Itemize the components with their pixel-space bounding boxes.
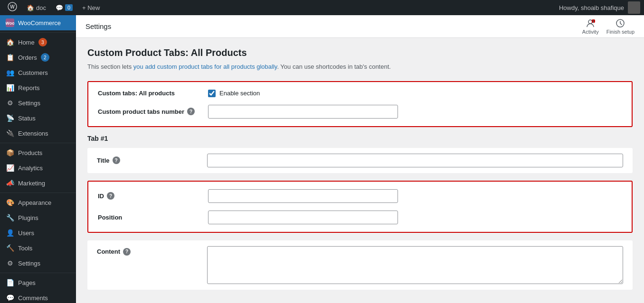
custom-tabs-label: Custom tabs: All products <box>98 90 202 97</box>
sidebar-item-reports[interactable]: 📊 Reports <box>0 80 76 95</box>
sidebar-item-plugins[interactable]: 🔧 Plugins <box>0 210 76 225</box>
content-textarea[interactable] <box>207 246 623 284</box>
svg-text:W: W <box>10 4 15 9</box>
id-help-icon[interactable]: ? <box>107 192 114 200</box>
content-help-icon[interactable]: ? <box>123 248 131 256</box>
id-label: ID ? <box>98 192 202 200</box>
plugins-icon: 🔧 <box>6 213 14 222</box>
activity-button[interactable]: ! Activity <box>582 18 599 35</box>
custom-tabs-number-row: Custom product tabs number ? 1 <box>98 105 622 119</box>
comment-icon: 💬 <box>56 4 63 11</box>
sidebar-item-settings-main[interactable]: ⚙ Settings <box>0 256 76 271</box>
title-row: Title ? <box>87 148 633 173</box>
appearance-icon: 🎨 <box>6 198 14 207</box>
wp-logo[interactable]: W <box>4 2 21 14</box>
woocommerce-icon: Woo <box>6 18 14 27</box>
content-label: Content ? <box>97 248 201 256</box>
topbar: Settings ! Activity Finish setup <box>76 15 644 38</box>
custom-tabs-number-help-icon[interactable]: ? <box>187 108 195 115</box>
svg-text:Woo: Woo <box>6 21 14 26</box>
sidebar-item-woocommerce[interactable]: Woo WooCommerce <box>0 15 76 30</box>
sidebar-divider-3 <box>0 193 76 193</box>
main-content: Settings ! Activity Finish setup <box>76 15 644 303</box>
position-label: Position <box>98 214 202 221</box>
page-content: Custom Product Tabs: All Products This s… <box>76 38 644 303</box>
comments-icon: 💬 <box>6 294 14 302</box>
title-label: Title ? <box>97 156 201 164</box>
sidebar-item-tools[interactable]: 🔨 Tools <box>0 240 76 256</box>
marketing-icon: 📣 <box>6 179 14 187</box>
sidebar-item-customers[interactable]: 👥 Customers <box>0 65 76 80</box>
settings-icon: ⚙ <box>6 99 14 107</box>
tools-icon: 🔨 <box>6 244 14 252</box>
svg-point-4 <box>588 20 592 24</box>
content-row: Content ? <box>87 240 633 290</box>
home-sidebar-icon: 🏠 <box>6 38 14 46</box>
sidebar-item-home[interactable]: 🏠 Home 3 <box>0 35 76 50</box>
title-input[interactable] <box>207 154 623 167</box>
sidebar-item-comments[interactable]: 💬 Comments <box>0 290 76 303</box>
enable-section-checkbox[interactable] <box>208 90 216 97</box>
customers-icon: 👥 <box>6 68 14 77</box>
page-description: This section lets you add custom product… <box>87 62 633 72</box>
desc-link[interactable]: you add custom product tabs for all prod… <box>133 63 277 70</box>
sidebar-divider-1 <box>0 32 76 33</box>
position-row: Position 40 <box>98 211 622 224</box>
id-input[interactable]: global_1 <box>208 189 398 203</box>
avatar <box>628 1 640 14</box>
custom-tabs-enable-row: Custom tabs: All products Enable section <box>98 90 622 97</box>
sidebar-item-marketing[interactable]: 📣 Marketing <box>0 175 76 191</box>
reports-icon: 📊 <box>6 83 14 92</box>
id-row: ID ? global_1 <box>98 189 622 203</box>
sidebar-divider-4 <box>0 273 76 273</box>
custom-tabs-number-label: Custom product tabs number ? <box>98 108 202 115</box>
sidebar-item-appearance[interactable]: 🎨 Appearance <box>0 195 76 210</box>
settings-main-icon: ⚙ <box>6 259 14 267</box>
home-icon: 🏠 <box>27 4 34 11</box>
sidebar-item-users[interactable]: 👤 Users <box>0 225 76 240</box>
adminbar-user: Howdy, shoaib shafique <box>559 1 640 14</box>
custom-tabs-section-box: Custom tabs: All products Enable section… <box>87 81 633 127</box>
enable-section-checkbox-row: Enable section <box>208 90 260 97</box>
sidebar-item-settings[interactable]: ⚙ Settings <box>0 95 76 110</box>
tab1-heading: Tab #1 <box>87 135 633 142</box>
orders-icon: 📋 <box>6 53 14 62</box>
extensions-icon: 🔌 <box>6 129 14 138</box>
adminbar-site[interactable]: 🏠 doc <box>23 0 50 15</box>
sidebar-item-extensions[interactable]: 🔌 Extensions <box>0 126 76 141</box>
position-input[interactable]: 40 <box>208 211 398 224</box>
sidebar-item-orders[interactable]: 📋 Orders 2 <box>0 50 76 65</box>
id-position-box: ID ? global_1 Position 40 <box>87 181 633 233</box>
admin-bar: W 🏠 doc 💬 0 + New Howdy, shoaib shafique <box>0 0 644 15</box>
sidebar-item-status[interactable]: 📡 Status <box>0 110 76 126</box>
page-heading: Custom Product Tabs: All Products <box>87 47 633 58</box>
svg-text:!: ! <box>593 19 594 22</box>
users-icon: 👤 <box>6 229 14 237</box>
products-icon: 📦 <box>6 148 14 157</box>
adminbar-comments[interactable]: 💬 0 <box>52 0 76 15</box>
sidebar-item-analytics[interactable]: 📈 Analytics <box>0 160 76 175</box>
title-help-icon[interactable]: ? <box>113 156 120 164</box>
status-icon: 📡 <box>6 114 14 122</box>
topbar-title: Settings <box>85 22 111 30</box>
finish-setup-button[interactable]: Finish setup <box>606 18 635 35</box>
sidebar-item-pages[interactable]: 📄 Pages <box>0 275 76 290</box>
adminbar-new[interactable]: + New <box>78 0 104 15</box>
enable-section-label: Enable section <box>219 90 260 97</box>
pages-icon: 📄 <box>6 278 14 287</box>
custom-tabs-number-input[interactable]: 1 <box>208 105 398 119</box>
sidebar-item-products[interactable]: 📦 Products <box>0 145 76 160</box>
analytics-icon: 📈 <box>6 164 14 172</box>
topbar-actions: ! Activity Finish setup <box>582 18 635 35</box>
sidebar: Woo WooCommerce 🏠 Home 3 📋 Orders 2 👥 Cu… <box>0 15 76 303</box>
sidebar-divider-2 <box>0 143 76 143</box>
